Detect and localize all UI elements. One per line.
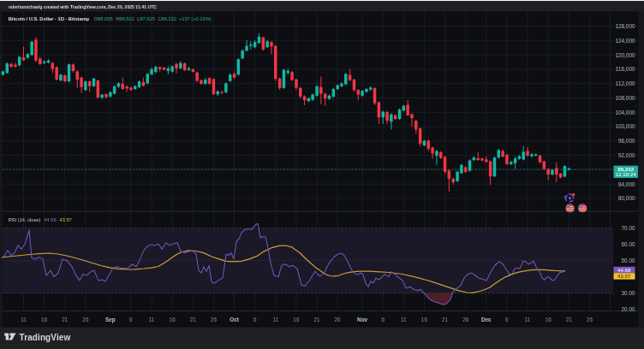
svg-text:80,000: 80,000: [618, 195, 635, 201]
svg-text:92,000: 92,000: [618, 152, 635, 158]
svg-text:50.00: 50.00: [622, 257, 635, 263]
svg-text:26: 26: [587, 316, 593, 322]
svg-text:Sep: Sep: [105, 316, 116, 323]
svg-text:Nov: Nov: [357, 316, 368, 322]
svg-text:16: 16: [41, 316, 48, 322]
svg-text:11: 11: [401, 316, 407, 322]
svg-text:124,000: 124,000: [615, 38, 635, 44]
svg-text:26: 26: [335, 316, 342, 322]
svg-text:43.57: 43.57: [617, 273, 631, 279]
svg-text:104,000: 104,000: [615, 109, 635, 115]
svg-text:30.00: 30.00: [622, 290, 635, 296]
svg-text:26: 26: [211, 316, 218, 322]
svg-text:11: 11: [272, 316, 278, 322]
svg-text:120,000: 120,000: [615, 52, 635, 58]
svg-text:84,000: 84,000: [618, 181, 635, 187]
svg-text:TradingView: TradingView: [20, 333, 71, 342]
svg-text:16: 16: [546, 316, 552, 322]
svg-text:6: 6: [253, 316, 257, 322]
svg-text:70.00: 70.00: [622, 225, 635, 231]
svg-text:11: 11: [21, 316, 27, 322]
svg-text:6: 6: [381, 316, 385, 322]
svg-text:21: 21: [442, 316, 449, 322]
svg-text:11: 11: [525, 316, 531, 322]
svg-text:6: 6: [129, 316, 133, 322]
svg-text:60.00: 60.00: [622, 241, 635, 247]
svg-text:112,000: 112,000: [616, 80, 635, 86]
svg-text:Dec: Dec: [481, 316, 492, 322]
svg-text:RSI (14, close)44.6843.57: RSI (14, close)44.6843.57: [9, 217, 72, 222]
svg-text:16: 16: [421, 316, 428, 322]
svg-text:12:18:24: 12:18:24: [616, 171, 637, 177]
svg-text:Bitcoin / U.S. Dollar · 1D · B: Bitcoin / U.S. Dollar · 1D · Bitstamp O8…: [9, 16, 212, 21]
svg-text:100,000: 100,000: [615, 123, 635, 129]
svg-text:16: 16: [293, 316, 300, 322]
svg-text:20.00: 20.00: [622, 306, 635, 312]
svg-text:nderitumichaelg created with T: nderitumichaelg created with TradingView…: [9, 4, 157, 9]
svg-text:16: 16: [170, 316, 176, 322]
svg-text:116,000: 116,000: [616, 66, 635, 72]
svg-text:11: 11: [149, 316, 155, 322]
svg-text:26: 26: [82, 316, 89, 322]
svg-text:108,000: 108,000: [615, 95, 635, 101]
svg-text:21: 21: [566, 316, 573, 322]
svg-text:21: 21: [190, 316, 197, 322]
svg-text:21: 21: [313, 316, 320, 322]
svg-text:96,000: 96,000: [618, 138, 635, 144]
svg-text:44.68: 44.68: [617, 267, 631, 273]
svg-text:128,000: 128,000: [615, 23, 635, 29]
svg-text:26: 26: [462, 316, 469, 322]
svg-text:21: 21: [62, 316, 69, 322]
svg-text:Oct: Oct: [230, 316, 240, 322]
svg-text:6: 6: [505, 316, 509, 322]
